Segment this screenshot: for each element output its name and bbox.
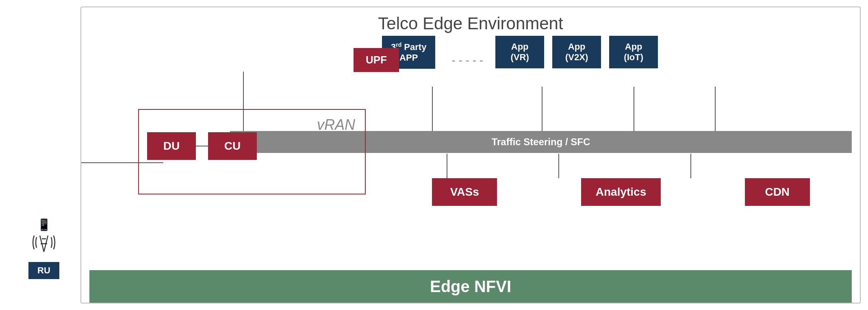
antenna-group: 📱 xyxy=(28,218,59,279)
analytics-box: Analytics xyxy=(581,178,661,206)
app-v2x-box: App (V2X) xyxy=(552,36,601,68)
vass-box: VASs xyxy=(432,178,497,206)
ru-box: RU xyxy=(28,262,59,279)
dashed-connector: - - - - - xyxy=(451,46,483,67)
nfvi-bar: Edge NFVI xyxy=(89,270,852,303)
outer-container: 📱 xyxy=(7,7,861,303)
vran-box: vRAN DU CU xyxy=(138,109,366,194)
du-cu-row: DU CU xyxy=(147,132,365,160)
signal-icon xyxy=(32,232,56,255)
du-box: DU xyxy=(147,132,196,160)
nfvi-text: Edge NFVI xyxy=(430,277,511,296)
apps-row: 3rd Party APP - - - - - App (VR) App (V2 xyxy=(382,36,852,69)
phone-icon: 📱 xyxy=(37,218,51,231)
cdn-box: CDN xyxy=(745,178,810,206)
app-vr-box: App (VR) xyxy=(495,36,544,68)
cu-box: CU xyxy=(208,132,257,160)
telco-title: Telco Edge Environment xyxy=(88,14,853,33)
app-iot-box: App (IoT) xyxy=(609,36,658,68)
services-row: VASs Analytics CDN xyxy=(390,178,852,206)
upf-label: UPF xyxy=(354,48,399,72)
du-cu-connector xyxy=(196,146,208,146)
telco-box: Telco Edge Environment xyxy=(80,7,861,303)
left-side: 📱 xyxy=(7,7,80,303)
vran-label: vRAN xyxy=(317,116,355,133)
